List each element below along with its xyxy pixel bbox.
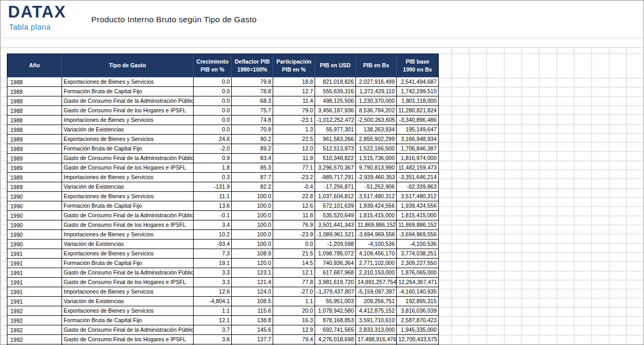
column-header-deflactor[interactable]: Deflactor PIB 1990=100% — [232, 54, 273, 77]
cell-crecimiento[interactable]: 12.6 — [194, 287, 232, 297]
cell-participacion[interactable]: 1.3 — [273, 125, 315, 135]
cell-ano[interactable]: '1992 — [7, 325, 62, 335]
cell-pib_base[interactable]: -3,340,896,486 — [397, 116, 439, 125]
cell-deflactor[interactable]: 115.6 — [232, 306, 273, 316]
cell-participacion[interactable]: 79.4 — [273, 335, 315, 344]
cell-crecimiento[interactable]: 0.0 — [194, 96, 232, 106]
column-header-participacion[interactable]: Participación PIB en % — [273, 54, 315, 77]
cell-pib_base[interactable]: -4,100,536 — [397, 240, 439, 249]
cell-crecimiento[interactable]: 3.3 — [194, 268, 232, 278]
cell-crecimiento[interactable]: 13.6 — [194, 201, 232, 211]
cell-tipo[interactable]: Exportaciones de Bienes y Servicios — [62, 192, 194, 201]
cell-pib_base[interactable]: 12,700,433,575 — [397, 335, 439, 344]
cell-pib_base[interactable]: 11,482,159,473 — [397, 163, 439, 173]
cell-deflactor[interactable]: 145.6 — [232, 325, 273, 335]
cell-pib_bs[interactable]: 2,310,153,000 — [356, 268, 397, 278]
cell-ano[interactable]: '1990 — [7, 240, 62, 249]
cell-deflactor[interactable]: 108.5 — [232, 297, 273, 306]
cell-deflactor[interactable]: 138.8 — [232, 316, 273, 325]
cell-pib_base[interactable]: 11,869,886,152 — [397, 220, 439, 230]
cell-pib_bs[interactable]: 209,256,751 — [356, 297, 397, 306]
cell-tipo[interactable]: Gasto de Consumo Final de la Administrac… — [62, 211, 194, 220]
cell-pib_bs[interactable]: 1,230,370,000 — [356, 96, 397, 106]
cell-pib_base[interactable]: 192,895,315 — [397, 297, 439, 306]
cell-pib_bs[interactable]: 1,522,166,500 — [356, 144, 397, 154]
cell-crecimiento[interactable]: 3.4 — [194, 220, 232, 230]
cell-pib_usd[interactable]: 821,018,826 — [315, 77, 356, 87]
cell-crecimiento[interactable]: 0.0 — [194, 116, 232, 125]
cell-pib_usd[interactable]: 498,125,506 — [315, 96, 356, 106]
cell-crecimiento[interactable]: 3.7 — [194, 325, 232, 335]
cell-crecimiento[interactable]: 3.6 — [194, 335, 232, 344]
cell-tipo[interactable]: Exportaciones de Bienes y Servicios — [62, 77, 194, 87]
cell-crecimiento[interactable]: 10.2 — [194, 230, 232, 240]
cell-tipo[interactable]: Gasto de Consumo Final de los Hogares e … — [62, 220, 194, 230]
cell-ano[interactable]: '1988 — [7, 77, 62, 87]
cell-tipo[interactable]: Gasto de Consumo Final de la Administrac… — [62, 154, 194, 163]
cell-pib_bs[interactable]: 138,263,934 — [356, 125, 397, 135]
cell-crecimiento[interactable]: -2.0 — [194, 144, 232, 154]
cell-tipo[interactable]: Gasto de Consumo Final de los Hogares e … — [62, 106, 194, 116]
cell-deflactor[interactable]: 87.7 — [232, 173, 273, 182]
cell-pib_bs[interactable]: -2,500,263,605 — [356, 116, 397, 125]
cell-participacion[interactable]: 22.5 — [273, 135, 315, 144]
cell-tipo[interactable]: Formación Bruta de Capital Fijo — [62, 144, 194, 154]
cell-participacion[interactable]: 12.9 — [273, 325, 315, 335]
cell-ano[interactable]: '1989 — [7, 154, 62, 163]
cell-pib_base[interactable]: 2,587,870,423 — [397, 316, 439, 325]
cell-deflactor[interactable]: 85.3 — [232, 163, 273, 173]
cell-pib_base[interactable]: 1,939,424,556 — [397, 201, 439, 211]
cell-deflactor[interactable]: 70.9 — [232, 125, 273, 135]
cell-pib_bs[interactable]: -2,939,460,353 — [356, 173, 397, 182]
cell-tipo[interactable]: Exportaciones de Bienes y Servicios — [62, 249, 194, 259]
cell-participacion[interactable]: 11.8 — [273, 211, 315, 220]
cell-crecimiento[interactable]: -4,804.1 — [194, 297, 232, 306]
cell-tipo[interactable]: Gasto de Consumo Final de los Hogares e … — [62, 278, 194, 287]
column-header-crecimiento[interactable]: Crecimiento PIB en % — [194, 54, 232, 77]
cell-pib_bs[interactable]: 11,869,886,152 — [356, 220, 397, 230]
cell-pib_base[interactable]: 195,149,647 — [397, 125, 439, 135]
cell-pib_base[interactable]: 3,517,480,312 — [397, 192, 439, 201]
cell-crecimiento[interactable]: 0.9 — [194, 154, 232, 163]
cell-participacion[interactable]: 77.1 — [273, 163, 315, 173]
cell-pib_usd[interactable]: 55,951,003 — [315, 297, 356, 306]
cell-participacion[interactable]: 14.5 — [273, 259, 315, 268]
cell-ano[interactable]: '1990 — [7, 211, 62, 220]
cell-pib_base[interactable]: 3,774,038,251 — [397, 249, 439, 259]
cell-ano[interactable]: '1988 — [7, 87, 62, 96]
cell-deflactor[interactable]: 100.0 — [232, 230, 273, 240]
cell-tipo[interactable]: Formación Bruta de Capital Fijo — [62, 316, 194, 325]
cell-participacion[interactable]: 21.5 — [273, 249, 315, 259]
cell-pib_base[interactable]: -3,351,646,214 — [397, 173, 439, 182]
cell-pib_base[interactable]: 11,280,821,824 — [397, 106, 439, 116]
cell-tipo[interactable]: Variación de Existencias — [62, 182, 194, 192]
cell-deflactor[interactable]: 108.9 — [232, 249, 273, 259]
cell-participacion[interactable]: 12.1 — [273, 268, 315, 278]
cell-participacion[interactable]: 12.0 — [273, 144, 315, 154]
cell-pib_usd[interactable]: 961,583,266 — [315, 135, 356, 144]
cell-ano[interactable]: '1988 — [7, 116, 62, 125]
cell-participacion[interactable]: 77.8 — [273, 278, 315, 287]
column-header-pib_base[interactable]: PIB base 1990 en Bs — [397, 54, 439, 77]
cell-pib_usd[interactable]: 55,977,301 — [315, 125, 356, 135]
cell-pib_usd[interactable]: -17,256,871 — [315, 182, 356, 192]
cell-pib_base[interactable]: 1,742,299,510 — [397, 87, 439, 96]
cell-pib_bs[interactable]: 8,536,784,202 — [356, 106, 397, 116]
cell-pib_bs[interactable]: 2,027,916,499 — [356, 77, 397, 87]
cell-ano[interactable]: '1990 — [7, 220, 62, 230]
cell-participacion[interactable]: 18.8 — [273, 77, 315, 87]
cell-crecimiento[interactable]: 12.1 — [194, 316, 232, 325]
cell-pib_bs[interactable]: 1,939,424,556 — [356, 201, 397, 211]
cell-participacion[interactable]: -23.9 — [273, 230, 315, 240]
cell-pib_usd[interactable]: -989,717,291 — [315, 173, 356, 182]
cell-crecimiento[interactable]: 7.3 — [194, 249, 232, 259]
cell-ano[interactable]: '1990 — [7, 192, 62, 201]
cell-participacion[interactable]: -23.1 — [273, 116, 315, 125]
cell-deflactor[interactable]: 100.0 — [232, 192, 273, 201]
cell-participacion[interactable]: 20.0 — [273, 306, 315, 316]
cell-tipo[interactable]: Formación Bruta de Capital Fijo — [62, 87, 194, 96]
cell-crecimiento[interactable]: 3.3 — [194, 278, 232, 287]
cell-ano[interactable]: '1989 — [7, 135, 62, 144]
cell-crecimiento[interactable]: 0.0 — [194, 125, 232, 135]
cell-pib_usd[interactable]: 1,098,785,072 — [315, 249, 356, 259]
